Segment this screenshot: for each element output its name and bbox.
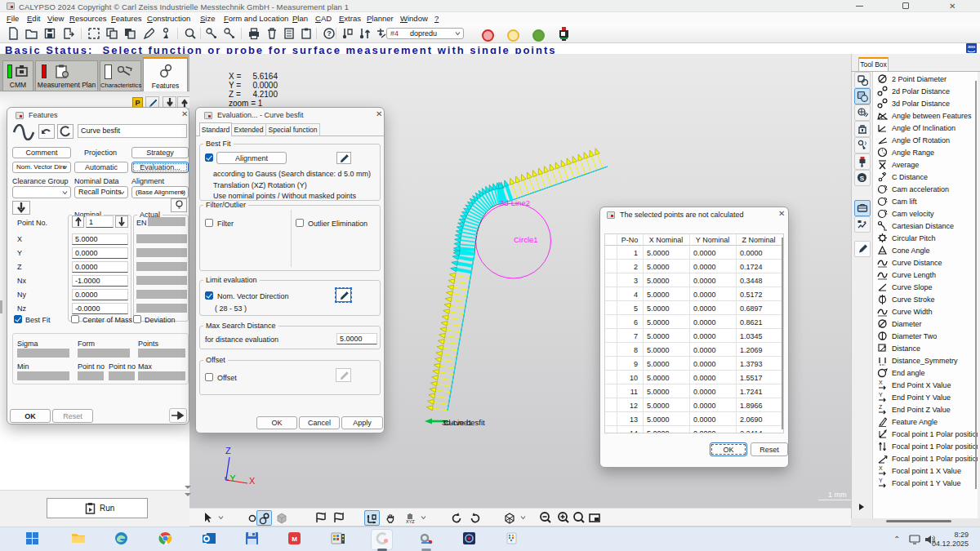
- svg-text:X: X: [879, 380, 883, 385]
- svg-text:Z: Z: [879, 404, 883, 410]
- svg-text:3d-Line2: 3d-Line2: [500, 198, 530, 207]
- svg-text:ZEISS: ZEISS: [968, 46, 975, 49]
- svg-text:S: S: [860, 175, 865, 182]
- svg-text:Z: Z: [225, 446, 231, 455]
- svg-text:XYZ: XYZ: [406, 519, 415, 524]
- svg-text:Y: Y: [879, 392, 883, 398]
- svg-text:Circle1: Circle1: [514, 235, 538, 244]
- svg-text:?: ?: [327, 29, 332, 38]
- svg-text:X: X: [249, 476, 256, 486]
- svg-text:Y: Y: [879, 478, 883, 483]
- svg-text:X: X: [879, 465, 883, 471]
- svg-text:M: M: [292, 535, 297, 543]
- svg-text:3d-Line1: 3d-Line1: [442, 418, 472, 427]
